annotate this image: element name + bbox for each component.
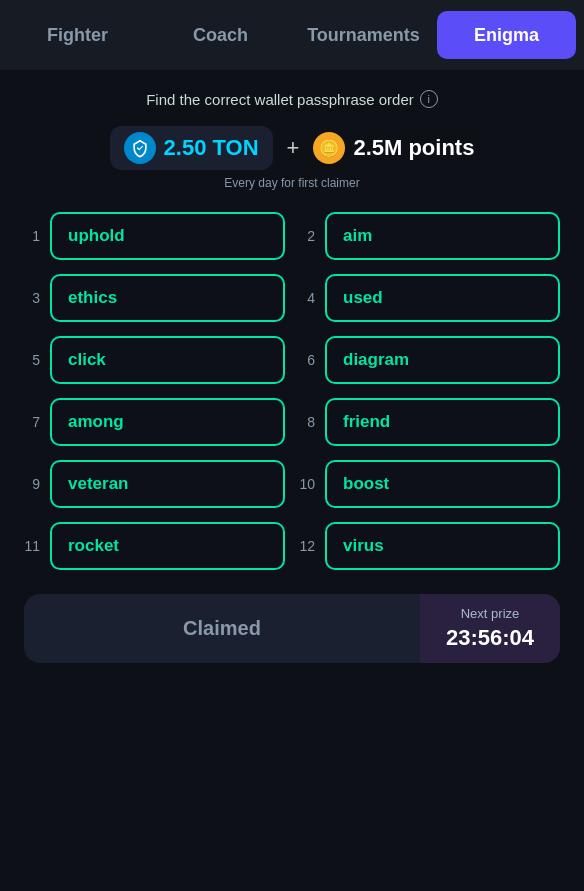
word-cell: 2aim [299,212,560,260]
word-number: 7 [24,414,40,430]
word-box-3[interactable]: ethics [50,274,285,322]
main-content: Find the correct wallet passphrase order… [0,70,584,703]
daily-label: Every day for first claimer [24,176,560,190]
word-number: 4 [299,290,315,306]
plus-sign: + [287,135,300,161]
word-cell: 10boost [299,460,560,508]
word-number: 6 [299,352,315,368]
points-badge: 🪙 2.5M points [313,132,474,164]
word-number: 3 [24,290,40,306]
word-box-6[interactable]: diagram [325,336,560,384]
word-number: 11 [24,538,40,554]
word-box-1[interactable]: uphold [50,212,285,260]
coin-icon: 🪙 [313,132,345,164]
word-number: 1 [24,228,40,244]
word-cell: 12virus [299,522,560,570]
points-amount: 2.5M points [353,135,474,161]
word-cell: 6diagram [299,336,560,384]
ton-badge: 2.50 TON [110,126,273,170]
word-cell: 11rocket [24,522,285,570]
word-cell: 7among [24,398,285,446]
word-number: 2 [299,228,315,244]
subtitle-text: Find the correct wallet passphrase order [146,91,414,108]
word-cell: 9veteran [24,460,285,508]
info-icon[interactable]: i [420,90,438,108]
ton-amount: 2.50 TON [164,135,259,161]
word-number: 8 [299,414,315,430]
word-cell: 1uphold [24,212,285,260]
word-number: 9 [24,476,40,492]
word-box-9[interactable]: veteran [50,460,285,508]
word-cell: 3ethics [24,274,285,322]
word-number: 5 [24,352,40,368]
nav-item-fighter[interactable]: Fighter [8,11,147,59]
word-grid: 1uphold2aim3ethics4used5click6diagram7am… [24,212,560,570]
next-prize-label: Next prize [461,606,520,621]
word-box-2[interactable]: aim [325,212,560,260]
word-box-4[interactable]: used [325,274,560,322]
word-cell: 8friend [299,398,560,446]
word-number: 10 [299,476,315,492]
next-prize-time: 23:56:04 [446,625,534,651]
nav-item-coach[interactable]: Coach [151,11,290,59]
nav-item-tournaments[interactable]: Tournaments [294,11,433,59]
ton-logo-icon [124,132,156,164]
word-box-11[interactable]: rocket [50,522,285,570]
word-box-5[interactable]: click [50,336,285,384]
word-box-12[interactable]: virus [325,522,560,570]
word-box-7[interactable]: among [50,398,285,446]
next-prize-panel: Next prize 23:56:04 [420,594,560,663]
bottom-bar: Claimed Next prize 23:56:04 [24,594,560,663]
word-cell: 5click [24,336,285,384]
subtitle-row: Find the correct wallet passphrase order… [24,90,560,108]
main-nav: FighterCoachTournamentsEnigma [0,0,584,70]
nav-item-enigma[interactable]: Enigma [437,11,576,59]
word-number: 12 [299,538,315,554]
word-box-10[interactable]: boost [325,460,560,508]
word-box-8[interactable]: friend [325,398,560,446]
word-cell: 4used [299,274,560,322]
reward-row: 2.50 TON + 🪙 2.5M points [24,126,560,170]
claimed-button: Claimed [24,594,420,663]
